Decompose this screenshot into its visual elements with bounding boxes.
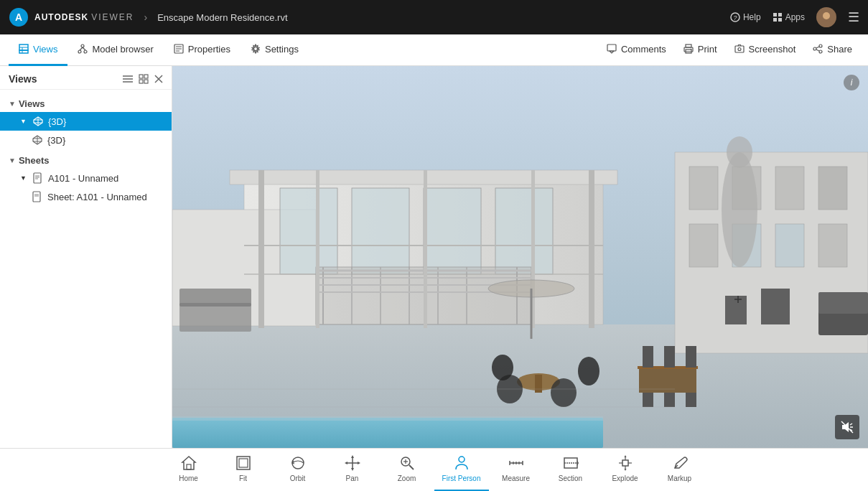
svg-rect-40 <box>139 75 143 78</box>
svg-point-14 <box>81 45 84 47</box>
orbit-label: Orbit <box>290 474 306 482</box>
svg-line-36 <box>816 50 819 51</box>
help-button[interactable]: ? Help <box>730 12 761 22</box>
svg-rect-134 <box>187 464 191 469</box>
svg-text:?: ? <box>733 14 737 22</box>
svg-rect-107 <box>664 393 675 407</box>
svg-point-23 <box>253 47 257 51</box>
sheet-icon <box>32 172 44 184</box>
tree-item-sheet-a101[interactable]: Sheet: A101 - Unnamed <box>0 187 172 206</box>
help-icon: ? <box>730 12 740 22</box>
svg-point-100 <box>578 357 599 385</box>
apps-icon <box>773 12 783 22</box>
explode-button[interactable]: Explode <box>598 449 653 492</box>
autodesk-logo-icon: A <box>9 7 29 27</box>
comments-button[interactable]: Comments <box>599 34 673 66</box>
svg-rect-13 <box>19 50 28 53</box>
properties-label: Properties <box>188 44 230 55</box>
tree-item-a101[interactable]: ▼ A101 - Unnamed <box>0 169 172 187</box>
explode-icon <box>617 455 633 473</box>
breadcrumb-separator: › <box>144 11 147 23</box>
svg-rect-70 <box>775 224 804 267</box>
svg-rect-110 <box>172 416 603 421</box>
views-section: ▼ Views ▼ {3D} <box>0 95 172 149</box>
home-label: Home <box>179 474 198 482</box>
svg-rect-158 <box>622 460 628 466</box>
apps-label: Apps <box>785 12 805 22</box>
tree-item-3d-child[interactable]: {3D} <box>0 131 172 149</box>
views-section-header[interactable]: ▼ Views <box>0 95 172 112</box>
sidebar-grid-view-button[interactable] <box>139 74 149 84</box>
svg-marker-157 <box>577 460 579 466</box>
model-browser-tab[interactable]: Model browser <box>67 34 163 66</box>
apps-button[interactable]: Apps <box>773 12 805 22</box>
svg-line-129 <box>850 424 852 425</box>
sheets-section-header[interactable]: ▼ Sheets <box>0 152 172 169</box>
svg-rect-43 <box>144 80 148 83</box>
sidebar-panel: Views <box>0 66 172 448</box>
user-avatar[interactable] <box>816 7 836 27</box>
print-label: Print <box>698 44 717 55</box>
properties-tab[interactable]: Properties <box>164 34 241 66</box>
speaker-button[interactable] <box>835 415 859 439</box>
pan-button[interactable]: Pan <box>325 449 380 492</box>
svg-rect-106 <box>643 393 653 407</box>
zoom-button[interactable]: Zoom <box>380 449 434 492</box>
svg-rect-121 <box>725 296 747 324</box>
print-button[interactable]: Print <box>676 34 724 66</box>
svg-marker-25 <box>610 51 614 53</box>
explode-label: Explode <box>612 474 638 482</box>
model-browser-label: Model browser <box>92 44 153 55</box>
screenshot-button[interactable]: Screenshot <box>727 34 803 66</box>
svg-marker-142 <box>345 462 347 464</box>
svg-marker-133 <box>182 457 195 469</box>
tree-item-3d-active[interactable]: ▼ {3D} <box>0 112 172 131</box>
svg-rect-115 <box>316 170 319 328</box>
svg-point-15 <box>78 50 81 53</box>
first-person-button[interactable]: First Person <box>434 449 489 492</box>
zoom-label: Zoom <box>398 474 416 482</box>
svg-rect-103 <box>643 346 653 368</box>
viewport[interactable]: i <box>172 66 868 448</box>
sidebar-list-view-button[interactable] <box>123 75 133 83</box>
svg-point-137 <box>292 457 304 469</box>
fit-button[interactable]: Fit <box>216 449 271 492</box>
section-button[interactable]: Section <box>543 449 598 492</box>
bottom-toolbar: Home Fit Orbit Pan Zoom First Person <box>0 448 868 491</box>
svg-rect-58 <box>33 192 40 202</box>
sidebar-close-button[interactable] <box>154 75 163 83</box>
sheets-section: ▼ Sheets ▼ A101 - Unnamed <box>0 152 172 206</box>
settings-tab[interactable]: Settings <box>241 34 309 66</box>
views-chevron-icon: ▼ <box>9 100 16 108</box>
svg-marker-143 <box>358 462 360 464</box>
svg-rect-76 <box>352 188 409 274</box>
speaker-icon <box>841 421 854 434</box>
views-section-label: Views <box>19 98 45 109</box>
3d-child-label: {3D} <box>47 135 65 146</box>
measure-button[interactable]: Measure <box>489 449 543 492</box>
sheet-a101-label: Sheet: A101 - Unnamed <box>47 192 147 202</box>
model-browser-icon <box>78 44 88 54</box>
info-button[interactable]: i <box>844 75 859 90</box>
scene-canvas <box>172 66 868 448</box>
hamburger-menu-icon[interactable]: ☰ <box>848 9 859 25</box>
home-button[interactable]: Home <box>162 449 216 492</box>
svg-rect-66 <box>775 167 804 210</box>
orbit-button[interactable]: Orbit <box>271 449 325 492</box>
svg-rect-4 <box>773 13 777 17</box>
svg-point-99 <box>551 378 577 407</box>
share-button[interactable]: Share <box>806 34 859 66</box>
svg-marker-164 <box>624 469 626 471</box>
views-tab[interactable]: Views <box>9 34 67 66</box>
top-bar-right: ? Help Apps ☰ <box>730 7 859 27</box>
svg-rect-77 <box>424 188 481 274</box>
svg-rect-67 <box>818 167 847 210</box>
markup-button[interactable]: Markup <box>653 449 707 492</box>
svg-rect-64 <box>689 167 718 210</box>
views-label: Views <box>33 44 57 55</box>
autodesk-text: AUTODESK <box>34 12 88 22</box>
svg-rect-7 <box>778 18 782 22</box>
svg-point-33 <box>813 47 816 50</box>
svg-point-148 <box>459 457 465 462</box>
markup-icon <box>672 455 688 473</box>
